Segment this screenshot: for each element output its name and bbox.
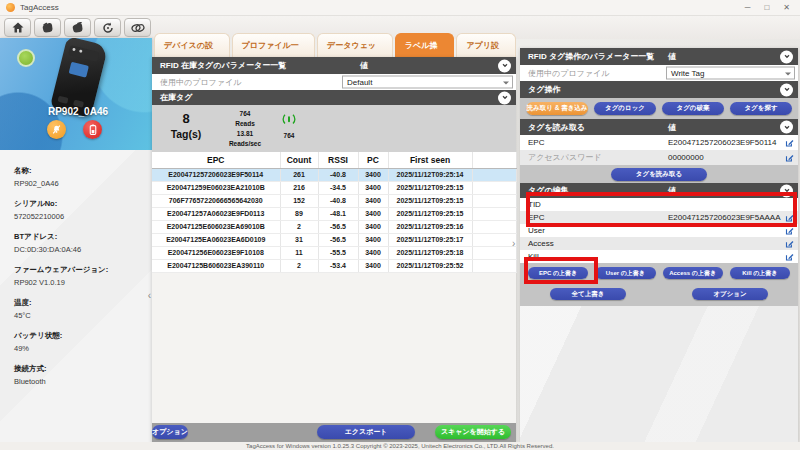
cell-first-seen: 2025/11/12T09:25:17 — [388, 233, 472, 246]
field-value: Bluetooth — [14, 377, 138, 386]
field-label: EPC — [520, 138, 544, 147]
collapse-section-button[interactable] — [780, 184, 793, 197]
col-count: Count — [280, 152, 318, 168]
col-blank — [472, 152, 516, 168]
cell-pc: 3400 — [358, 207, 388, 220]
reads-value: 764 — [216, 109, 274, 119]
cell-rssi: -56.5 — [318, 233, 358, 246]
battery-button[interactable] — [83, 120, 102, 139]
cell-rssi: -56.5 — [318, 220, 358, 233]
col-first-seen: First seen — [388, 152, 472, 168]
link-button[interactable] — [124, 18, 151, 37]
connect-device-button[interactable] — [34, 18, 61, 37]
title-bar: TagAccess ─ □ ✕ — [0, 0, 800, 16]
tab-bar: デバイスの設定 プロファイル一覧 データウェッジ ラベル操作 アプリ設定 — [152, 31, 516, 57]
maximize-button[interactable]: □ — [764, 0, 769, 16]
tag-operation-header: タグ操作 — [520, 81, 798, 98]
profile-select[interactable]: Default — [342, 76, 513, 89]
operation-mode-button[interactable]: タグのロック — [594, 102, 656, 115]
field-label: バッテリ状態: — [14, 331, 138, 341]
write-profile-select[interactable]: Write Tag — [666, 67, 795, 80]
write-all-or-options-button[interactable]: オプション — [692, 288, 768, 300]
collapse-section-button[interactable] — [780, 83, 793, 96]
edit-icon[interactable] — [785, 213, 794, 222]
cell-pc: 3400 — [358, 168, 388, 181]
minimize-button[interactable]: ─ — [745, 0, 751, 16]
operation-mode-button[interactable]: 読み取り & 書き込み — [526, 102, 588, 115]
device-info-field: 温度: 45°C — [14, 298, 138, 320]
battery-icon — [89, 121, 97, 139]
table-row[interactable]: E200471256E06023E9F10108 11 -55.5 3400 2… — [152, 246, 516, 259]
field-label: 温度: — [14, 298, 138, 308]
collapse-section-button[interactable] — [498, 59, 511, 72]
device-info-field: バッテリ状態: 49% — [14, 331, 138, 353]
collapse-section-button[interactable] — [780, 121, 793, 134]
field-label: シリアルNo: — [14, 199, 138, 209]
table-row[interactable]: E20047125B606023EA390110 2 -53.4 3400 20… — [152, 259, 516, 272]
beeper-button[interactable] — [47, 120, 66, 139]
field-value: E200471257206023E9F5AAAA — [668, 213, 781, 222]
edit-field-row: TID — [520, 198, 798, 211]
footer-action-button[interactable]: オプション — [152, 425, 188, 439]
field-value: 00000000 — [668, 153, 704, 162]
sidebar-collapse-chevron[interactable]: ‹ — [148, 290, 151, 301]
cell-epc: 706F77657220666565642030 — [152, 194, 280, 207]
edit-icon[interactable] — [785, 226, 794, 235]
field-label: アクセスパスワード — [520, 152, 602, 163]
edit-icon[interactable] — [785, 138, 794, 147]
table-row[interactable]: E20047125E606023EA69010B 2 -56.5 3400 20… — [152, 220, 516, 233]
value-column-label: 値 — [360, 60, 368, 71]
edit-icon[interactable] — [785, 239, 794, 248]
read-tag-button[interactable]: タグを読み取る — [611, 168, 707, 181]
section-title: RFID タグ操作のパラメーター一覧 — [528, 51, 654, 62]
field-value: 45°C — [14, 311, 138, 320]
footer-action-button[interactable]: エクスポート — [317, 425, 415, 439]
field-label: ファームウェアバージョン: — [14, 265, 138, 275]
field-label: 名称: — [14, 166, 138, 176]
window-title: TagAccess — [20, 3, 59, 12]
table-row[interactable]: E20047125EA06023EA6D0109 31 -56.5 3400 2… — [152, 233, 516, 246]
operation-mode-button[interactable]: タグの破棄 — [662, 102, 724, 115]
panel-expand-chevron[interactable]: › — [512, 238, 515, 249]
rate-value: 13.81 — [216, 129, 274, 139]
write-button[interactable]: Kill の上書き — [730, 267, 790, 279]
edit-icon[interactable] — [785, 153, 794, 162]
cell-pc: 3400 — [358, 194, 388, 207]
table-row[interactable]: E200471257A06023E9FD0113 89 -48.1 3400 2… — [152, 207, 516, 220]
footer-action-button[interactable]: スキャンを開始する — [435, 425, 511, 439]
reads-label: Reads — [216, 119, 274, 129]
write-button[interactable]: EPC の上書き — [528, 267, 588, 279]
cell-count: 152 — [280, 194, 318, 207]
link-icon — [131, 23, 145, 33]
collapse-section-button[interactable] — [498, 91, 511, 104]
write-button[interactable]: User の上書き — [595, 267, 655, 279]
tagaccess-window: TagAccess ─ □ ✕ — [0, 0, 800, 450]
tab[interactable]: デバイスの設定 — [154, 33, 230, 57]
field-label: Kill — [520, 252, 539, 261]
cell-count: 31 — [280, 233, 318, 246]
tab[interactable]: プロファイル一覧 — [232, 33, 316, 57]
refresh-button[interactable] — [94, 18, 121, 37]
home-button[interactable] — [4, 18, 31, 37]
tagops-params-header: RFID タグ操作のパラメーター一覧 値 — [520, 48, 798, 65]
table-row[interactable]: 706F77657220666565642030 152 -40.8 3400 … — [152, 194, 516, 207]
field-label: BTアドレス: — [14, 232, 138, 242]
write-button[interactable]: Access の上書き — [663, 267, 723, 279]
write-all-or-options-button[interactable]: 全て上書き — [550, 288, 626, 300]
collapse-section-button[interactable] — [780, 50, 793, 63]
tab[interactable]: ラベル操作 — [395, 33, 455, 57]
operation-mode-button[interactable]: タグを探す — [730, 102, 792, 115]
tag-count: 8 — [158, 111, 214, 126]
table-row[interactable]: E200471257206023E9F50114 261 -40.8 3400 … — [152, 168, 516, 181]
disconnect-device-button[interactable] — [64, 18, 91, 37]
table-row[interactable]: E200471259E06023EA21010B 216 -34.5 3400 … — [152, 181, 516, 194]
cell-rssi: -34.5 — [318, 181, 358, 194]
col-rssi: RSSI — [318, 152, 358, 168]
tab[interactable]: アプリ設定 — [456, 33, 516, 57]
close-button[interactable]: ✕ — [783, 0, 790, 16]
edit-field-row: User — [520, 224, 798, 237]
tab[interactable]: データウェッジ — [317, 33, 393, 57]
table-header-row: EPC Count RSSI PC First seen — [152, 152, 516, 168]
profile-label: 使用中のプロファイル — [520, 68, 609, 79]
edit-icon[interactable] — [785, 252, 794, 261]
